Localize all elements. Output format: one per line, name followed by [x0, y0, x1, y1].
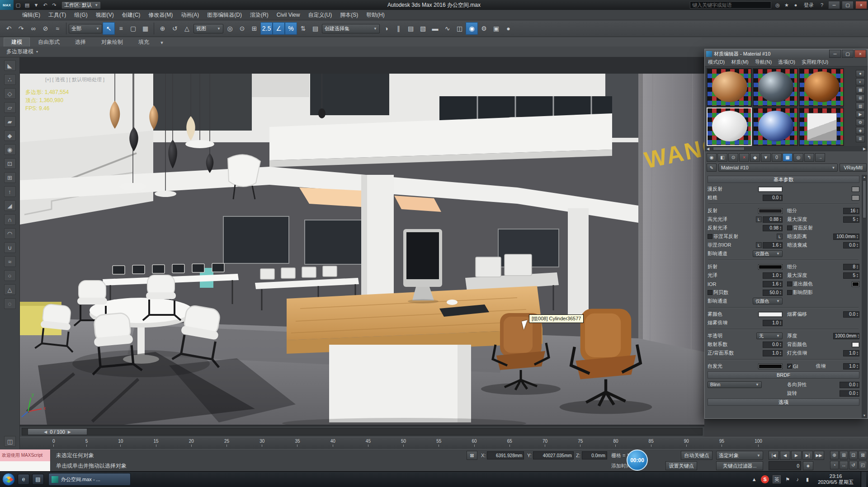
- maximize-button[interactable]: ▢: [842, 50, 854, 58]
- menu-item[interactable]: 脚本(S): [336, 10, 362, 20]
- auto-key-button[interactable]: 自动关键点: [681, 451, 712, 460]
- taskbar-task-button[interactable]: 办公空间.max - ...: [48, 473, 131, 486]
- reflection-subdivs-spinner[interactable]: 16▲▼: [843, 208, 859, 214]
- menu-item[interactable]: 渲染(R): [246, 10, 273, 20]
- material-slot-6[interactable]: [799, 108, 844, 146]
- flag-icon[interactable]: ⚑: [784, 475, 791, 483]
- display-icon[interactable]: ◌: [4, 298, 16, 309]
- render-setup-icon[interactable]: ⚙: [478, 22, 490, 35]
- material-id-channel-icon[interactable]: 0: [772, 153, 782, 162]
- select-and-scale-icon[interactable]: △: [181, 22, 193, 35]
- put-to-scene-icon[interactable]: ◧: [717, 153, 727, 162]
- lock-icon[interactable]: L: [756, 242, 762, 248]
- affect-shadows-checkbox[interactable]: [787, 290, 792, 295]
- select-and-rotate-icon[interactable]: ↺: [169, 22, 181, 35]
- select-by-material-icon[interactable]: ◈: [856, 127, 865, 134]
- constraints-icon[interactable]: △: [4, 284, 16, 295]
- search-input[interactable]: [690, 1, 771, 9]
- rendered-frame-icon[interactable]: ▣: [490, 22, 502, 35]
- y-coordinate-field[interactable]: 40027.035mm: [533, 451, 574, 459]
- fog-color-swatch[interactable]: [758, 312, 783, 317]
- put-to-library-icon[interactable]: ▼: [761, 153, 771, 162]
- explorer-icon[interactable]: ▤: [32, 474, 44, 485]
- ior-spinner[interactable]: 1.6▲▼: [763, 281, 783, 287]
- schematic-view-icon[interactable]: ◫: [453, 22, 466, 35]
- diffuse-color-swatch[interactable]: [758, 187, 783, 192]
- minimize-button[interactable]: ─: [828, 1, 840, 9]
- material-slot-1[interactable]: [707, 68, 752, 107]
- material-editor-icon[interactable]: ◉: [466, 22, 478, 35]
- hilight-glossiness-spinner[interactable]: 0.88▲▼: [763, 216, 783, 223]
- exit-color-swatch[interactable]: [852, 281, 859, 287]
- menu-item[interactable]: 模式(D): [705, 59, 728, 66]
- material-type-button[interactable]: VRayMtl: [840, 164, 867, 172]
- scrollbar-thumb[interactable]: [713, 147, 745, 150]
- assign-to-selection-icon[interactable]: ⊙: [728, 153, 738, 162]
- previous-frame-button[interactable]: ◀: [780, 451, 790, 460]
- abbe-checkbox[interactable]: [708, 290, 712, 295]
- menu-item[interactable]: 组(G): [70, 10, 91, 20]
- spinner-snap-icon[interactable]: ⇅: [297, 22, 309, 35]
- menu-item[interactable]: 视图(V): [92, 10, 118, 20]
- user-icon[interactable]: ●: [791, 1, 800, 9]
- get-material-icon[interactable]: ◉: [707, 153, 717, 162]
- ribbon-panel-label[interactable]: 多边形建模: [6, 48, 33, 56]
- material-slot-3[interactable]: [799, 68, 844, 107]
- selection-set-dropdown[interactable]: 选定对象▼: [716, 451, 763, 460]
- chamfer-icon[interactable]: ◠: [4, 228, 16, 239]
- show-desktop-button[interactable]: [861, 472, 866, 487]
- slots-horizontal-scrollbar[interactable]: ◀ ▶: [705, 146, 868, 151]
- select-and-link-icon[interactable]: ∞: [27, 22, 39, 35]
- time-slider-track[interactable]: ◀ 0 / 100 ▶: [22, 428, 703, 435]
- lock-icon[interactable]: L: [777, 234, 783, 239]
- ribbon-minimize-icon[interactable]: ▾: [157, 38, 166, 47]
- key-mode-toggle[interactable]: ◈: [803, 461, 813, 470]
- light-multiplier-spinner[interactable]: 1.0▲▼: [843, 350, 859, 356]
- video-color-check-icon[interactable]: ▥: [856, 103, 865, 110]
- material-slot-2[interactable]: [753, 68, 798, 107]
- menu-item[interactable]: 创建(C): [118, 10, 145, 20]
- save-file-icon[interactable]: ▼: [32, 1, 41, 9]
- relax-icon[interactable]: ○: [4, 270, 16, 281]
- ribbon-toggle-icon[interactable]: ▬: [429, 22, 441, 35]
- zoom-all-icon[interactable]: ⊞: [840, 451, 848, 459]
- abbe-spinner[interactable]: 50.0▲▼: [763, 290, 783, 296]
- menu-item[interactable]: 帮助(H): [362, 10, 389, 20]
- make-unique-icon[interactable]: ◆: [750, 153, 760, 162]
- named-selection-dropdown[interactable]: 创建选择集▼: [322, 24, 380, 33]
- menu-item[interactable]: 自定义(U): [304, 10, 336, 20]
- front-back-coeff-spinner[interactable]: 1.0▲▼: [763, 350, 783, 356]
- menu-item[interactable]: Civil View: [273, 10, 304, 20]
- edit-named-selection-sets-icon[interactable]: ▤: [309, 22, 321, 35]
- element-mode-icon[interactable]: ◆: [4, 130, 16, 141]
- ribbon-tab[interactable]: 选择: [68, 37, 93, 47]
- layer-manager-icon[interactable]: ▧: [417, 22, 429, 35]
- brdf-rollout[interactable]: BRDF: [708, 371, 859, 379]
- edge-mode-icon[interactable]: ◇: [4, 88, 16, 99]
- material-editor-title-bar[interactable]: 材质编辑器 - Material #10 ─ ▢ ×: [705, 49, 868, 58]
- workspace-dropdown[interactable]: 工作区: 默认▼: [61, 1, 101, 9]
- menu-item[interactable]: 材质(M): [728, 59, 752, 66]
- z-coordinate-field[interactable]: 0.0mm: [582, 451, 607, 459]
- x-coordinate-field[interactable]: 6391.928mm: [487, 451, 524, 459]
- viewport-layout-tabs-icon[interactable]: ◫: [4, 436, 16, 447]
- help-icon[interactable]: ?: [817, 1, 826, 9]
- next-frame-button[interactable]: ▶|: [802, 451, 813, 460]
- time-slider-handle[interactable]: ◀ 0 / 100 ▶: [28, 428, 87, 435]
- maximize-button[interactable]: ▢: [842, 1, 854, 9]
- viewport-label[interactable]: [+] [ 透视 ] [ 默认明暗处理 ]: [45, 76, 104, 83]
- gi-checkbox[interactable]: [787, 364, 792, 369]
- frame-back-arrow[interactable]: ◀: [44, 430, 47, 434]
- zoom-icon[interactable]: ⊕: [830, 451, 839, 459]
- edit-geometry-icon[interactable]: ⊡: [4, 158, 16, 169]
- frame-forward-arrow[interactable]: ▶: [68, 430, 71, 434]
- undo-quick-icon[interactable]: ↶: [41, 1, 50, 9]
- go-forward-icon[interactable]: →: [815, 153, 825, 162]
- app-logo[interactable]: MAX: [0, 0, 14, 10]
- params-vertical-scrollbar[interactable]: ▲ ▼: [862, 175, 867, 418]
- rotation-spinner[interactable]: 0.0▲▼: [840, 390, 859, 397]
- percent-snap-icon[interactable]: %: [285, 22, 297, 35]
- window-crossing-icon[interactable]: ▦: [139, 22, 151, 35]
- reset-map-icon[interactable]: ×: [739, 153, 749, 162]
- search-go-icon[interactable]: ◎: [773, 1, 782, 9]
